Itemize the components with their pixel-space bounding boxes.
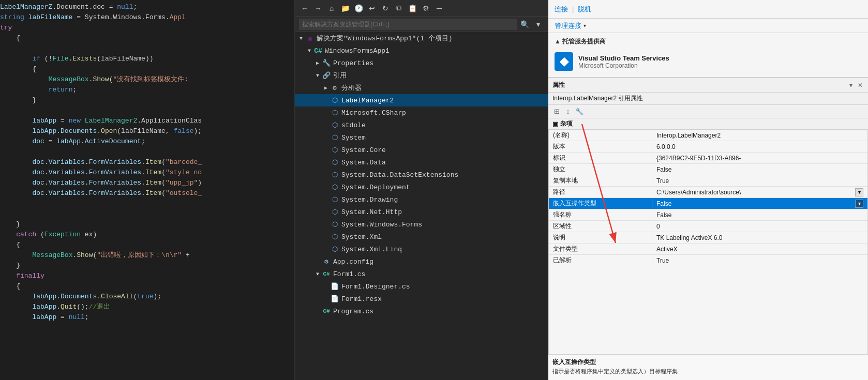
provider-company: Microsoft Corporation [578, 62, 669, 69]
vsts-logo-icon: ◆ [560, 55, 568, 68]
prop-row-version[interactable]: 版本 6.0.0.0 [549, 141, 867, 153]
prop-label-resolved: 已解析 [549, 256, 652, 265]
provider-info: Visual Studio Team Services Microsoft Co… [578, 54, 669, 69]
close-button[interactable]: ✕ [857, 82, 864, 89]
microsoftcsharp-label: Microsoft.CSharp [341, 109, 406, 117]
tree-item-microsoftcsharp[interactable]: ⬡ Microsoft.CSharp [295, 107, 548, 119]
tree-item-systemwindowsforms[interactable]: ⬡ System.Windows.Forms [295, 218, 548, 231]
tree-item-systemdata[interactable]: ⬡ System.Data [295, 156, 548, 169]
prop-row-culture[interactable]: 区域性 0 [549, 221, 867, 232]
csfile-icon: C# [322, 307, 331, 316]
prop-row-copylocal[interactable]: 复制本地 True [549, 175, 867, 187]
tree-item-project[interactable]: ▼ C# WindowsFormsApp1 [295, 44, 548, 57]
search-button[interactable]: 🔍 [519, 19, 530, 30]
code-line: labApp = new LabelManager2.ApplicationCl… [0, 116, 294, 126]
code-line: string labFileName = System.Windows.Form… [0, 12, 294, 23]
tree-item-solution[interactable]: ▼ ▣ 解决方案"WindowsFormsApp1"(1 个项目) [295, 32, 548, 44]
search-input[interactable] [299, 19, 517, 30]
prop-value-path: C:\Users\Administrator\source\ ▾ [652, 188, 867, 196]
manage-connection[interactable]: 管理连接 ▾ [548, 19, 868, 33]
prop-row-description[interactable]: 说明 TK Labeling ActiveX 6.0 [549, 232, 867, 244]
prop-row-name[interactable]: (名称) Interop.LabelManager2 [549, 130, 867, 141]
provider-logo: ◆ [555, 52, 573, 71]
tree-item-form1designer[interactable]: 📄 Form1.Designer.cs [295, 280, 548, 293]
tree-item-analyzer[interactable]: ▶ ⚙ 分析器 [295, 82, 548, 94]
code-line: return; [0, 85, 294, 95]
home-button[interactable]: ⌂ [326, 3, 337, 14]
connection-bar: 连接 | 脱机 [548, 0, 868, 19]
prop-row-path[interactable]: 路径 C:\Users\Administrator\source\ ▾ [549, 187, 867, 198]
code-line: if (!File.Exists(labFileName)) [0, 54, 294, 64]
arrow-icon: ▼ [313, 271, 322, 277]
tree-item-form1resx[interactable]: 📄 Form1.resx [295, 293, 548, 305]
prop-label-independent: 独立 [549, 165, 652, 174]
path-ellipsis-button[interactable]: ▾ [855, 188, 863, 196]
tree-item-system[interactable]: ⬡ System [295, 131, 548, 144]
prop-row-independent[interactable]: 独立 False [549, 164, 867, 175]
folder-button[interactable]: 📁 [339, 3, 351, 14]
ref-item-icon: ⬡ [330, 120, 339, 130]
refs-label: 引用 [333, 71, 347, 80]
sort-button[interactable]: ↕ [563, 107, 573, 117]
tree-item-refs[interactable]: ▼ 🔗 引用 [295, 69, 548, 82]
window-controls: ▾ ✕ [847, 82, 864, 89]
code-line: { [0, 33, 294, 43]
undo-button[interactable]: ↩ [366, 3, 378, 14]
code-line: LabelManagerZ.Document.doc = null; [0, 2, 294, 12]
prop-row-strongname[interactable]: 强名称 False [549, 209, 867, 221]
tree-item-labelmanager2[interactable]: ⬡ LabelManager2 [295, 94, 548, 107]
csfile-icon: C# [322, 269, 331, 279]
tree-item-properties[interactable]: ▶ 🔧 Properties [295, 57, 548, 69]
provider-name: Visual Studio Team Services [578, 54, 669, 62]
forward-button[interactable]: → [312, 3, 324, 14]
code-line: } [0, 261, 294, 271]
tree-item-systemdrawing[interactable]: ⬡ System.Drawing [295, 193, 548, 206]
prop-row-identity[interactable]: 标识 {3624B9C2-9E5D-11D3-A896- [549, 153, 867, 164]
code-line: doc.Variables.FormVariables.Item("outsol… [0, 188, 294, 199]
offline-link[interactable]: 脱机 [578, 5, 591, 14]
prop-label-description: 说明 [549, 233, 652, 242]
paste-button[interactable]: 📋 [407, 3, 418, 14]
prop-desc-text: 指示是否将程序集中定义的类型选入）目标程序集 [552, 368, 864, 375]
code-line: doc.Variables.FormVariables.Item("barcod… [0, 157, 294, 168]
prop-row-filetype[interactable]: 文件类型 ActiveX [549, 244, 867, 255]
refresh-button[interactable]: ↻ [380, 3, 391, 14]
search-options-button[interactable]: ▾ [532, 19, 544, 30]
prop-value-filetype: ActiveX [652, 246, 867, 253]
tree-item-stdole[interactable]: ⬡ stdole [295, 119, 548, 131]
prop-label-strongname: 强名称 [549, 210, 652, 219]
prop-label-embed: 嵌入互操作类型 [549, 199, 652, 208]
wrench-button[interactable]: 🔧 [574, 107, 585, 117]
code-line: } [0, 219, 294, 230]
connect-link[interactable]: 连接 [555, 5, 568, 14]
settings-button[interactable]: ⚙ [420, 3, 431, 14]
categories-button[interactable]: ⊞ [551, 107, 562, 117]
tree-item-systemdatadatasetextensions[interactable]: ⬡ System.Data.DataSetExtensions [295, 169, 548, 181]
minimize-button[interactable]: ─ [433, 3, 445, 14]
prop-value-identity: {3624B9C2-9E5D-11D3-A896- [652, 155, 867, 162]
tree-item-form1cs[interactable]: ▼ C# Form1.cs [295, 268, 548, 280]
code-line: { [0, 281, 294, 292]
tree-item-systemcore[interactable]: ⬡ System.Core [295, 144, 548, 156]
stdole-label: stdole [341, 121, 366, 129]
tree-item-systemdeployment[interactable]: ⬡ System.Deployment [295, 181, 548, 193]
labelmanager2-label: LabelManager2 [341, 97, 394, 104]
code-line: finally [0, 271, 294, 281]
embed-dropdown-button[interactable]: ▾ [855, 200, 863, 208]
tree-item-systemxml[interactable]: ⬡ System.Xml [295, 231, 548, 243]
tree-item-programcs[interactable]: C# Program.cs [295, 305, 548, 317]
prop-value-copylocal: True [652, 177, 867, 185]
tree-item-systemxmllinq[interactable]: ⬡ System.Xml.Linq [295, 243, 548, 255]
tree-item-systemnethttp[interactable]: ⬡ System.Net.Http [295, 206, 548, 218]
pin-button[interactable]: ▾ [847, 82, 855, 89]
tree-item-appconfig[interactable]: ⚙ App.config [295, 255, 548, 268]
prop-row-embed[interactable]: 嵌入互操作类型 False ▾ [549, 198, 867, 209]
back-button[interactable]: ← [299, 3, 310, 14]
history-button[interactable]: 🕐 [353, 3, 364, 14]
prop-row-resolved[interactable]: 已解析 True [549, 255, 867, 266]
code-line [0, 209, 294, 219]
programcs-label: Program.cs [333, 308, 373, 315]
copy-button[interactable]: ⧉ [393, 3, 405, 14]
systemdeployment-label: System.Deployment [341, 184, 410, 191]
properties-panel-header: 属性 ▾ ✕ [548, 78, 868, 93]
